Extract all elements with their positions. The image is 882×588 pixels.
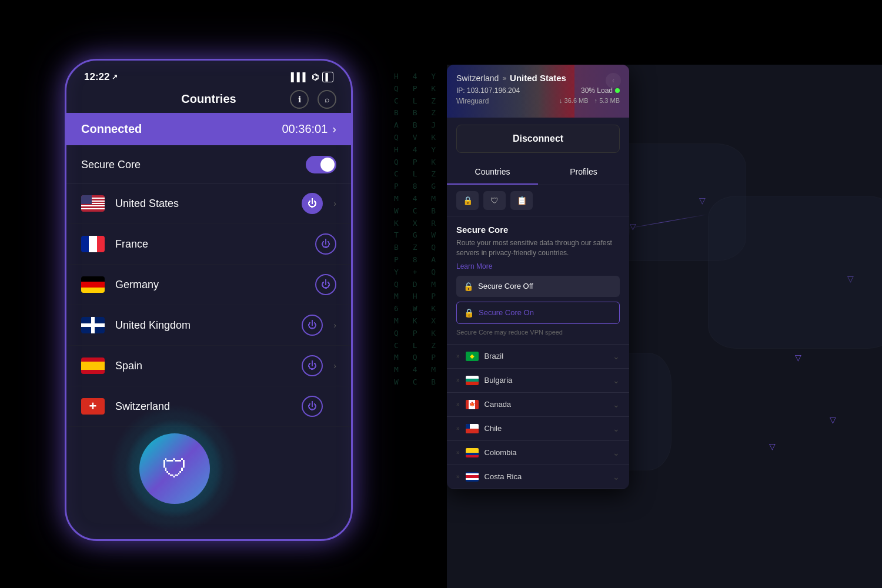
- filter-shield-button[interactable]: 🛡: [483, 191, 506, 210]
- info-icon-button[interactable]: ℹ: [290, 90, 309, 109]
- secure-core-label: Secure Core: [81, 159, 141, 171]
- panel-tabs: Countries Profiles: [447, 160, 629, 185]
- power-button[interactable]: ⏻: [302, 193, 323, 214]
- expand-arrows-icon: »: [456, 401, 460, 407]
- list-item[interactable]: France ⏻: [66, 224, 351, 265]
- chevron-down-icon: ⌄: [613, 448, 620, 457]
- phone-country-list: United States ⏻ › France ⏻: [66, 183, 351, 427]
- secure-core-on-option[interactable]: 🔒 Secure Core On: [456, 302, 620, 324]
- ip-display: IP: 103.107.196.204: [456, 86, 520, 95]
- flag-ca: 🍁: [466, 400, 479, 409]
- orb-mid-ring: [125, 419, 225, 519]
- secure-core-title: Secure Core: [456, 225, 620, 235]
- secure-core-section: Secure Core Route your most sensitive da…: [447, 216, 629, 345]
- ip-label: IP:: [456, 86, 465, 95]
- expand-arrows-icon: »: [456, 377, 460, 383]
- shield-filter-icon: 🛡: [490, 196, 499, 205]
- secure-core-row: Secure Core: [66, 146, 351, 183]
- info-icon: ℹ: [298, 95, 301, 104]
- panel-list-item[interactable]: » 🍁 Canada ⌄: [447, 393, 629, 417]
- expand-arrows-icon: »: [456, 353, 460, 359]
- status-bar: 12:22 ↗ ▌▌▌ ⌬ ▌: [66, 61, 351, 88]
- country-name: Colombia: [485, 448, 607, 457]
- panel-country-list: » Brazil ⌄ » Bulgaria ⌄ » 🍁 Canada: [447, 345, 629, 489]
- power-button[interactable]: ⏻: [315, 274, 336, 295]
- country-name: Switzerland: [115, 400, 291, 413]
- connected-time: 00:36:01 ›: [282, 122, 336, 136]
- status-time: 12:22 ↗: [84, 71, 118, 83]
- phone-nav-bar: Countries ℹ ⌕: [66, 88, 351, 113]
- list-icon: 📋: [517, 196, 527, 205]
- power-button[interactable]: ⏻: [315, 233, 336, 255]
- panel-list-item[interactable]: » Brazil ⌄: [447, 345, 629, 369]
- connected-label: Connected: [81, 122, 142, 136]
- list-item[interactable]: United States ⏻ ›: [66, 183, 351, 224]
- list-item[interactable]: Spain ⏻ ›: [66, 346, 351, 386]
- ip-value: 103.107.196.204: [467, 86, 520, 95]
- list-item[interactable]: Switzerland ⏻ ›: [66, 386, 351, 427]
- chevron-right-icon: ›: [332, 122, 336, 136]
- lock-off-icon: 🔒: [463, 282, 473, 291]
- power-button[interactable]: ⏻: [302, 315, 323, 336]
- chevron-down-icon: ⌄: [613, 400, 620, 409]
- list-item[interactable]: United Kingdom ⏻ ›: [66, 305, 351, 346]
- power-button[interactable]: ⏻: [302, 396, 323, 417]
- load-display: 30% Load: [581, 86, 620, 95]
- shield-icon: 🛡: [162, 454, 188, 483]
- search-icon-button[interactable]: ⌕: [318, 90, 336, 109]
- load-label: 30% Load: [581, 86, 613, 95]
- tab-profiles[interactable]: Profiles: [538, 160, 629, 185]
- flag-de: [81, 276, 105, 293]
- panel-list-item[interactable]: » Colombia ⌄: [447, 441, 629, 465]
- chevron-right-icon: ›: [333, 361, 336, 370]
- route-arrow-icon: »: [502, 74, 506, 82]
- lock-icon: 🔒: [463, 196, 473, 205]
- flag-bg: [466, 376, 479, 385]
- route-display: Switzerland » United States: [456, 73, 620, 83]
- flag-co: [466, 448, 479, 457]
- learn-more-link[interactable]: Learn More: [456, 262, 492, 270]
- panel-header: Switzerland » United States IP: 103.107.…: [447, 65, 629, 118]
- country-name: United States: [115, 198, 291, 210]
- flag-br: [466, 352, 479, 361]
- chevron-right-icon: ›: [333, 199, 336, 208]
- traffic-display: ↓ 36.6 MB ↑ 5.3 MB: [559, 97, 620, 105]
- disconnect-button[interactable]: Disconnect: [456, 125, 620, 153]
- flag-uk: [81, 317, 105, 333]
- country-name: Brazil: [485, 352, 607, 360]
- power-button[interactable]: ⏻: [302, 355, 323, 376]
- filter-lock-button[interactable]: 🔒: [456, 191, 479, 210]
- lock-on-icon: 🔒: [464, 308, 474, 318]
- secure-core-off-label: Secure Core Off: [478, 282, 533, 290]
- phone-mockup: 12:22 ↗ ▌▌▌ ⌬ ▌ Countries ℹ ⌕ Con: [65, 59, 353, 541]
- tab-countries[interactable]: Countries: [447, 160, 538, 185]
- filter-list-button[interactable]: 📋: [510, 191, 533, 210]
- upload-stat: ↑ 5.3 MB: [594, 97, 620, 105]
- panel-header-content: Switzerland » United States IP: 103.107.…: [447, 65, 629, 110]
- country-name: United Kingdom: [115, 319, 291, 332]
- wifi-icon: ⌬: [312, 72, 319, 82]
- search-icon: ⌕: [325, 95, 329, 104]
- country-name: France: [115, 238, 305, 250]
- secure-core-on-label: Secure Core On: [479, 308, 534, 317]
- flag-fr: [81, 236, 105, 252]
- secure-core-off-option[interactable]: 🔒 Secure Core Off: [456, 276, 620, 297]
- connected-bar[interactable]: Connected 00:36:01 ›: [66, 113, 351, 145]
- protocol-row: Wireguard ↓ 36.6 MB ↑ 5.3 MB: [456, 95, 620, 105]
- secure-core-toggle[interactable]: [306, 156, 336, 173]
- phone-nav-icons[interactable]: ℹ ⌕: [290, 90, 336, 109]
- flag-cl: [466, 424, 479, 433]
- secure-core-description: Route your most sensitive data through o…: [456, 238, 620, 258]
- panel-list-item[interactable]: » Costa Rica ⌄: [447, 465, 629, 489]
- flag-es: [81, 358, 105, 374]
- chevron-down-icon: ⌄: [613, 376, 620, 385]
- country-name: Chile: [485, 424, 607, 433]
- panel-list-item[interactable]: » Chile ⌄: [447, 417, 629, 441]
- expand-arrows-icon: »: [456, 473, 460, 480]
- list-item[interactable]: Germany ⏻: [66, 265, 351, 305]
- panel-list-item[interactable]: » Bulgaria ⌄: [447, 369, 629, 393]
- download-stat: ↓ 36.6 MB: [559, 97, 589, 105]
- protocol-label: Wireguard: [456, 97, 489, 105]
- timer-display: 00:36:01: [282, 122, 328, 136]
- panel-meta: IP: 103.107.196.204 30% Load: [456, 86, 620, 95]
